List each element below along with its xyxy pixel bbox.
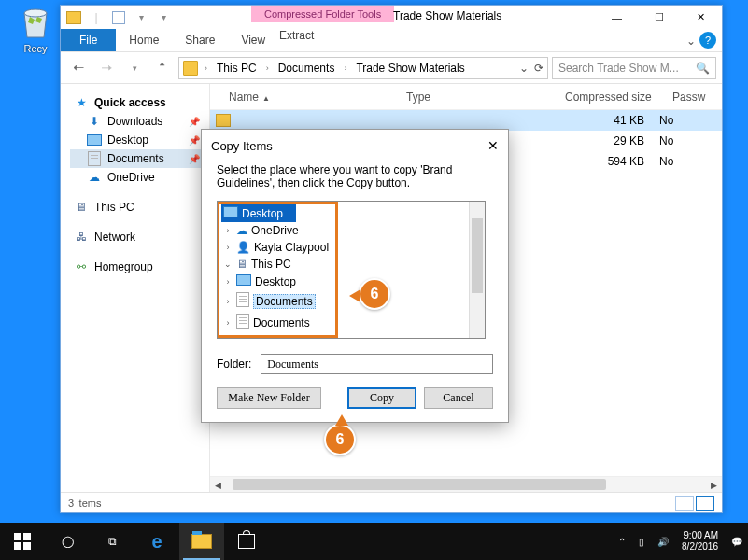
- view-details-button[interactable]: [675, 496, 694, 511]
- dtree-onedrive[interactable]: ›☁OneDrive: [221, 222, 470, 239]
- nav-downloads[interactable]: ⬇Downloads📌: [70, 112, 204, 131]
- edge-button[interactable]: e: [134, 523, 179, 560]
- scrollbar-thumb[interactable]: [233, 479, 606, 490]
- cancel-button[interactable]: Cancel: [424, 387, 493, 409]
- breadcrumb-documents[interactable]: Documents: [275, 62, 338, 75]
- ribbon-expand-icon[interactable]: ⌄: [686, 35, 696, 48]
- qat-folder-icon[interactable]: [64, 8, 83, 27]
- close-button[interactable]: ✕: [680, 6, 722, 29]
- nav-network[interactable]: 🖧Network: [70, 228, 204, 246]
- dtree-pc-desktop[interactable]: ›Desktop: [221, 273, 470, 290]
- sort-asc-icon: ▲: [262, 94, 270, 103]
- dtree-user[interactable]: ›👤Kayla Claypool: [221, 239, 470, 256]
- tray-up-icon[interactable]: ⌃: [618, 537, 626, 547]
- dialog-folder-tree[interactable]: Desktop ›☁OneDrive ›👤Kayla Claypool ⌄🖥Th…: [217, 201, 486, 339]
- svg-rect-4: [23, 542, 31, 550]
- nav-this-pc[interactable]: 🖥This PC: [70, 198, 204, 217]
- make-new-folder-button[interactable]: Make New Folder: [217, 387, 321, 409]
- expand-icon[interactable]: ›: [223, 318, 233, 328]
- home-tab[interactable]: Home: [116, 29, 172, 51]
- file-row[interactable]: 41 KB No: [210, 110, 722, 131]
- annotation-bubble-6a: 6: [359, 278, 390, 310]
- search-icon: 🔍: [696, 62, 710, 75]
- file-tab[interactable]: File: [61, 29, 116, 51]
- dtree-desktop[interactable]: Desktop: [221, 204, 296, 222]
- folder-input[interactable]: [261, 354, 493, 374]
- expand-icon[interactable]: ›: [223, 277, 233, 287]
- back-button[interactable]: 🠐: [66, 56, 91, 80]
- folder-icon: [183, 61, 198, 76]
- scroll-right-icon[interactable]: ▶: [706, 477, 722, 492]
- chevron-right-icon[interactable]: ›: [262, 63, 273, 73]
- forward-button[interactable]: 🠒: [94, 56, 119, 80]
- col-type[interactable]: Type: [393, 91, 552, 104]
- up-button[interactable]: 🠑: [150, 56, 175, 80]
- recycle-bin[interactable]: Recy: [17, 4, 54, 54]
- nav-homegroup[interactable]: ⚯Homegroup: [70, 258, 204, 276]
- nav-desktop[interactable]: Desktop📌: [70, 131, 204, 149]
- taskbar: ◯ ⧉ e ⌃ ▯ 🔊 9:00 AM 8/2/2016 💬: [0, 523, 748, 560]
- qat-dropdown[interactable]: ▾: [132, 8, 150, 27]
- pin-icon: 📌: [189, 117, 200, 127]
- svg-rect-2: [23, 533, 31, 540]
- search-input[interactable]: Search Trade Show M... 🔍: [552, 57, 716, 79]
- action-center-icon[interactable]: 💬: [731, 537, 742, 547]
- chevron-right-icon[interactable]: ›: [201, 63, 211, 73]
- collapse-icon[interactable]: ⌄: [223, 259, 233, 269]
- dialog-title: Copy Items: [211, 139, 273, 153]
- expand-icon[interactable]: ›: [223, 297, 233, 306]
- col-name[interactable]: Name▲: [216, 91, 393, 104]
- view-large-button[interactable]: [696, 496, 714, 511]
- extract-tab[interactable]: Extract: [266, 29, 327, 42]
- cortana-button[interactable]: ◯: [45, 523, 90, 560]
- scrollbar-thumb[interactable]: [472, 218, 483, 293]
- volume-icon[interactable]: 🔊: [657, 537, 669, 547]
- dtree-pc-documents2[interactable]: ›Documents: [221, 312, 470, 333]
- recent-dropdown[interactable]: ▾: [122, 56, 147, 80]
- minimize-button[interactable]: ―: [596, 6, 638, 29]
- store-button[interactable]: [224, 523, 269, 560]
- qat-overflow[interactable]: ▾: [154, 8, 173, 27]
- qat-sep: |: [87, 8, 106, 27]
- file-explorer-button[interactable]: [179, 523, 224, 560]
- col-compressed-size[interactable]: Compressed size: [552, 91, 659, 104]
- pin-icon: 📌: [189, 135, 200, 146]
- nav-documents[interactable]: Documents📌: [70, 149, 204, 168]
- scroll-left-icon[interactable]: ◀: [210, 477, 226, 492]
- help-icon[interactable]: ?: [699, 32, 716, 49]
- nav-pane: ★Quick access ⬇Downloads📌 Desktop📌 Docum…: [61, 84, 210, 492]
- task-view-button[interactable]: ⧉: [90, 523, 134, 560]
- contextual-tab-label: Compressed Folder Tools: [251, 6, 394, 22]
- copy-items-dialog: Copy Items ✕ Select the place where you …: [201, 129, 509, 423]
- dialog-close-button[interactable]: ✕: [487, 138, 499, 153]
- breadcrumb-current[interactable]: Trade Show Materials: [353, 62, 467, 75]
- qat-properties[interactable]: [109, 8, 128, 27]
- address-bar[interactable]: › This PC › Documents › Trade Show Mater…: [178, 57, 548, 79]
- dialog-tree-scrollbar[interactable]: [469, 202, 485, 338]
- window-title: Trade Show Materials: [393, 9, 501, 22]
- status-bar: 3 items: [61, 492, 722, 512]
- share-tab[interactable]: Share: [172, 29, 228, 51]
- folder-label: Folder:: [217, 357, 251, 371]
- clock[interactable]: 9:00 AM 8/2/2016: [682, 530, 718, 553]
- maximize-button[interactable]: ☐: [638, 6, 680, 29]
- item-count: 3 items: [68, 497, 101, 509]
- dtree-pc-documents[interactable]: ›Documents: [221, 290, 470, 312]
- svg-rect-3: [14, 542, 21, 550]
- battery-icon[interactable]: ▯: [639, 537, 644, 547]
- copy-button[interactable]: Copy: [347, 387, 416, 409]
- dtree-this-pc[interactable]: ⌄🖥This PC: [221, 256, 470, 273]
- chevron-right-icon[interactable]: ›: [340, 63, 350, 73]
- pin-icon: 📌: [189, 154, 200, 164]
- refresh-icon[interactable]: ⟳: [534, 62, 543, 75]
- expand-icon[interactable]: ›: [223, 226, 233, 235]
- horizontal-scrollbar[interactable]: ◀ ▶: [210, 476, 722, 492]
- nav-onedrive[interactable]: ☁OneDrive: [70, 168, 204, 187]
- column-headers: Name▲ Type Compressed size Passw: [210, 84, 722, 110]
- address-dropdown-icon[interactable]: ⌄: [519, 62, 529, 75]
- start-button[interactable]: [0, 523, 45, 560]
- col-password[interactable]: Passw: [659, 91, 716, 104]
- breadcrumb-this-pc[interactable]: This PC: [214, 62, 260, 75]
- expand-icon[interactable]: ›: [223, 243, 233, 252]
- nav-quick-access[interactable]: ★Quick access: [70, 93, 204, 112]
